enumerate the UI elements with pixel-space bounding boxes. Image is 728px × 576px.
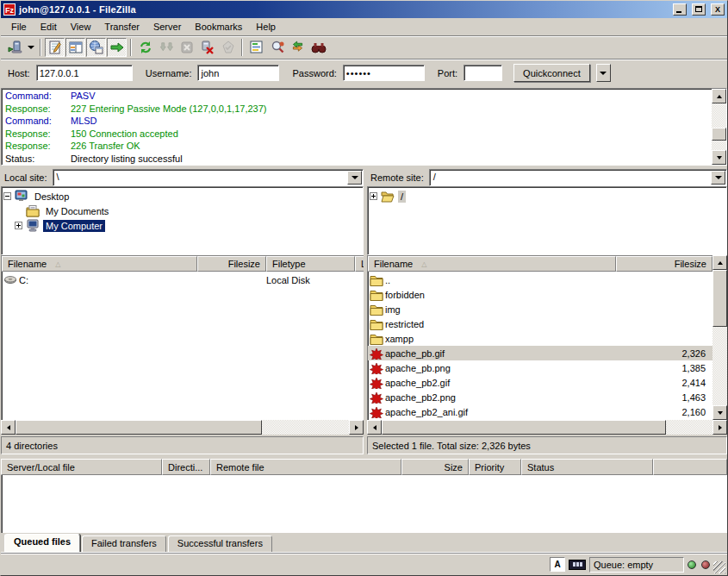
local-site-combo[interactable]: \ [53,169,364,186]
scroll-up-button[interactable] [712,89,726,103]
column-header-remote-file[interactable]: Remote file [210,459,401,475]
collapse-icon[interactable] [3,192,11,200]
minimize-button[interactable] [673,3,687,16]
filter-list-icon [249,40,264,55]
file-row[interactable]: xampp [368,331,712,346]
column-header-last-modified[interactable]: L [355,256,364,272]
column-header-filesize[interactable]: Filesize [197,256,266,272]
queue-body[interactable] [1,475,727,533]
column-header-filename[interactable]: Filename△ [2,256,197,272]
column-header-priority[interactable]: Priority [469,459,521,475]
menu-view[interactable]: View [64,20,98,34]
tab-successful-transfers[interactable]: Successful transfers [168,535,272,552]
directory-filters-button[interactable] [246,38,266,57]
scroll-down-button[interactable] [712,405,727,420]
tree-item-label[interactable]: / [398,191,406,203]
menu-edit[interactable]: Edit [34,20,64,34]
file-row[interactable]: restricted [368,316,712,331]
tab-failed-transfers[interactable]: Failed transfers [82,535,166,552]
chevron-down-icon [352,176,358,179]
scroll-left-button[interactable] [1,420,16,435]
file-row[interactable]: .. [368,272,712,287]
chevron-down-icon [600,72,607,75]
reconnect-button[interactable] [218,38,238,57]
column-header-filesize[interactable]: Filesize [616,256,712,272]
port-input[interactable] [464,65,502,81]
file-row[interactable]: apache_pb2_ani.gif 2,160 [368,404,712,419]
password-input[interactable] [343,65,425,81]
toggle-remote-tree-button[interactable] [86,38,106,57]
tree-item-label[interactable]: Desktop [32,191,72,203]
toggle-message-log-button[interactable] [45,38,65,57]
toggle-queue-button[interactable] [107,38,127,57]
column-header-direction[interactable]: Directi... [162,459,210,475]
find-files-button[interactable] [308,38,328,57]
remote-vertical-scrollbar[interactable] [712,255,727,420]
toggle-local-tree-button[interactable] [65,38,85,57]
local-horizontal-scrollbar[interactable] [1,420,364,435]
expand-icon[interactable] [15,222,22,229]
tree-item-root[interactable]: / [370,189,726,203]
menu-bookmarks[interactable]: Bookmarks [188,20,249,34]
title-bar[interactable]: Fz john@127.0.0.1 - FileZilla X [1,1,727,18]
log-vertical-scrollbar[interactable] [712,89,726,165]
scrollbar-thumb[interactable] [712,128,726,141]
site-manager-dropdown[interactable] [25,38,36,57]
synchronized-browsing-button[interactable] [288,38,308,57]
resize-grip[interactable] [713,561,725,573]
remote-horizontal-scrollbar[interactable] [367,420,727,435]
column-header-filename[interactable]: Filename△ [368,256,616,272]
scrollbar-thumb[interactable] [16,420,262,435]
column-header-size[interactable]: Size [401,459,469,475]
file-row[interactable]: apache_pb2.png 1,463 [368,390,712,404]
menu-transfer[interactable]: Transfer [97,20,146,34]
file-row[interactable]: img [368,302,712,316]
file-row[interactable]: apache_pb2.gif 2,414 [368,375,712,390]
scroll-right-button[interactable] [712,420,727,435]
cancel-button[interactable] [177,38,196,57]
scrollbar-thumb[interactable] [382,420,666,435]
username-input[interactable] [197,65,279,81]
expand-icon[interactable] [370,192,377,200]
column-header-server-local-file[interactable]: Server/Local file [1,459,162,475]
disconnect-button[interactable] [197,38,217,57]
file-row[interactable]: forbidden [368,287,712,302]
column-header-filetype[interactable]: Filetype [266,256,355,272]
remote-site-dropdown[interactable] [711,171,725,185]
menu-file[interactable]: File [4,20,34,34]
browser-panes: Local site: \ Desktop [1,168,727,454]
tree-item-label[interactable]: My Documents [43,205,111,217]
triangle-up-icon [718,261,723,265]
scroll-right-button[interactable] [349,420,364,435]
column-header-status[interactable]: Status [521,459,653,475]
remote-tree-icon [89,40,104,55]
host-input[interactable] [36,65,133,81]
quickconnect-button[interactable]: Quickconnect [513,64,590,82]
quickconnect-dropdown[interactable] [596,64,611,82]
my-computer-icon [26,219,40,232]
transfer-type-indicator: A [550,557,565,572]
tree-item-my-documents[interactable]: My Documents [15,203,363,218]
refresh-button[interactable] [135,38,155,57]
scroll-down-button[interactable] [712,150,726,165]
tree-item-label[interactable]: My Computer [43,220,105,232]
local-site-dropdown[interactable] [347,171,362,185]
remote-site-combo[interactable]: / [429,169,727,186]
file-row[interactable]: apache_pb.png 1,385 [368,360,712,375]
tree-item-desktop[interactable]: Desktop [3,189,363,203]
compare-directories-button[interactable] [267,38,287,57]
menu-help[interactable]: Help [249,20,283,34]
menu-server[interactable]: Server [146,20,188,34]
process-queue-icon [159,40,174,55]
scroll-up-button[interactable] [712,255,727,270]
file-row-c-drive[interactable]: C: Local Disk [2,272,364,287]
process-queue-button[interactable] [156,38,176,57]
scrollbar-thumb[interactable] [712,270,727,327]
scroll-left-button[interactable] [367,420,382,435]
site-manager-button[interactable] [4,38,24,57]
tab-queued-files[interactable]: Queued files [4,534,80,552]
file-row-selected[interactable]: apache_pb.gif 2,326 [368,346,712,360]
tree-item-my-computer[interactable]: My Computer [15,218,363,233]
close-button[interactable]: X [711,3,725,16]
maximize-button[interactable] [692,3,706,16]
